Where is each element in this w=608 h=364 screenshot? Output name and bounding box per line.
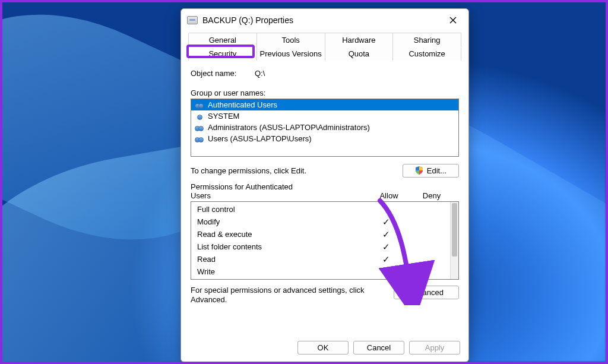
deny-column-header: Deny <box>410 191 453 200</box>
permission-allow: ✓ <box>365 229 407 240</box>
list-item[interactable]: Administrators (ASUS-LAPTOP\Administrato… <box>191 122 458 133</box>
list-item[interactable]: SYSTEM <box>191 110 458 122</box>
permission-allow: ✓ <box>365 254 407 265</box>
group-icon <box>195 124 204 132</box>
tab-hardware[interactable]: Hardware <box>325 33 394 47</box>
permission-allow: ✓ <box>365 242 407 252</box>
permission-row: Read & execute✓ <box>197 228 450 240</box>
group-user-list[interactable]: Authenticated UsersSYSTEMAdministrators … <box>191 99 459 157</box>
tab-security[interactable]: Security <box>189 47 257 61</box>
tab-general[interactable]: General <box>189 33 257 47</box>
tab-tools[interactable]: Tools <box>257 33 325 47</box>
permission-row: List folder contents✓ <box>197 240 450 253</box>
dialog-footer: OK Cancel Apply <box>181 335 468 362</box>
close-button[interactable] <box>442 12 464 28</box>
permission-name: Read & execute <box>197 230 365 239</box>
permission-allow: ✓ <box>365 217 407 227</box>
permission-row: Modify✓ <box>197 216 450 228</box>
list-item-label: Authenticated Users <box>208 100 277 109</box>
permissions-header: Permissions for Authenticated Users Allo… <box>191 182 459 200</box>
group-list-label: Group or user names: <box>191 88 459 97</box>
ok-button[interactable]: OK <box>297 341 349 354</box>
drive-icon <box>187 16 198 24</box>
uac-shield-icon <box>415 166 423 175</box>
list-item[interactable]: Users (ASUS-LAPTOP\Users) <box>191 133 458 144</box>
advanced-hint: For special permissions or advanced sett… <box>191 286 387 305</box>
user-icon <box>195 112 204 121</box>
permission-name: Write <box>197 267 365 276</box>
object-name-row: Object name: Q:\ <box>191 69 459 78</box>
object-name-value: Q:\ <box>255 69 265 78</box>
permissions-for-subject: Users <box>191 191 368 200</box>
window-title: BACKUP (Q:) Properties <box>202 15 442 25</box>
permission-row: Write✓ <box>197 265 450 278</box>
permission-row: Full control <box>197 203 450 216</box>
close-icon <box>449 17 457 24</box>
list-item[interactable]: Authenticated Users <box>191 99 458 110</box>
tab-customize[interactable]: Customize <box>393 47 461 61</box>
advanced-button[interactable]: Advanced <box>394 286 459 299</box>
list-item-label: Users (ASUS-LAPTOP\Users) <box>208 134 312 143</box>
permission-name: Read <box>197 255 365 264</box>
tab-sharing[interactable]: Sharing <box>393 33 461 47</box>
tab-strip: General Tools Hardware Sharing Security … <box>181 33 468 61</box>
permission-allow: ✓ <box>365 267 407 277</box>
permissions-list[interactable]: Full controlModify✓Read & execute✓List f… <box>191 201 459 280</box>
tab-previous-versions[interactable]: Previous Versions <box>257 47 325 61</box>
group-icon <box>195 135 204 143</box>
scrollbar-thumb[interactable] <box>452 203 457 257</box>
object-name-label: Object name: <box>191 69 244 78</box>
permission-row: Read✓ <box>197 253 450 265</box>
edit-button-label: Edit... <box>427 166 446 175</box>
permissions-for-label: Permissions for Authenticated <box>191 182 368 191</box>
permission-name: Modify <box>197 217 365 226</box>
tab-quota[interactable]: Quota <box>325 47 394 61</box>
properties-dialog: BACKUP (Q:) Properties General Tools Har… <box>180 8 469 362</box>
titlebar[interactable]: BACKUP (Q:) Properties <box>181 9 468 33</box>
permission-name: Full control <box>197 205 365 214</box>
edit-button[interactable]: Edit... <box>403 164 459 178</box>
edit-hint: To change permissions, click Edit. <box>191 166 306 175</box>
tab-content-security: Object name: Q:\ Group or user names: Au… <box>181 61 468 335</box>
list-item-label: SYSTEM <box>208 112 239 121</box>
apply-button: Apply <box>409 341 460 354</box>
allow-column-header: Allow <box>368 191 410 200</box>
list-item-label: Administrators (ASUS-LAPTOP\Administrato… <box>208 123 370 132</box>
cancel-button[interactable]: Cancel <box>353 341 404 354</box>
group-icon <box>195 101 204 109</box>
permissions-scrollbar[interactable] <box>450 202 458 279</box>
permission-name: List folder contents <box>197 242 365 251</box>
